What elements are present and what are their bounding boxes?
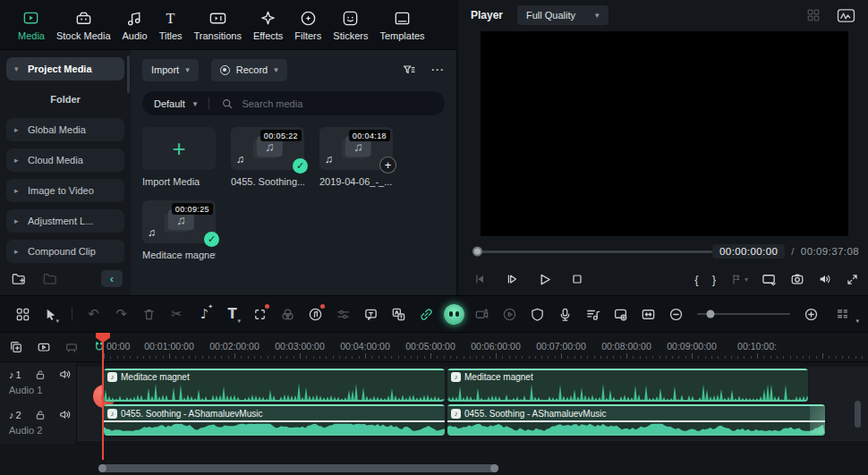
media-tile-audio[interactable]: ♫ ♫ 00:09:25 ✓ Meditace magnet: [142, 200, 216, 260]
track-height-icon[interactable]: ▾: [825, 295, 859, 333]
record-button[interactable]: Record ▾: [211, 59, 287, 81]
fullscreen-button[interactable]: [846, 273, 859, 286]
speaker-icon[interactable]: [59, 409, 72, 420]
audio-list-icon[interactable]: [579, 295, 607, 333]
collapse-sidebar-button[interactable]: ‹: [101, 270, 123, 287]
caret-right-icon: ▸: [14, 247, 21, 256]
snap-magnet-icon[interactable]: [92, 340, 106, 354]
lock-icon[interactable]: [35, 410, 46, 420]
redo-icon[interactable]: ↷: [107, 295, 135, 333]
speech-to-text-icon[interactable]: [357, 295, 385, 333]
audio-thumb[interactable]: ♫ ♫ 00:09:25 ✓: [142, 200, 216, 243]
track-header-audio1[interactable]: ♪1 Audio 1: [0, 362, 76, 403]
text-tool-icon[interactable]: T▾: [218, 295, 246, 333]
multi-view-icon[interactable]: [806, 8, 821, 22]
lock-icon[interactable]: [35, 369, 46, 380]
snapshot-camera-button[interactable]: [790, 272, 804, 286]
undo-icon[interactable]: ↶: [80, 295, 107, 333]
category-dropdown[interactable]: Default: [154, 98, 185, 109]
zoom-in-icon[interactable]: [797, 295, 825, 333]
delete-icon[interactable]: [135, 295, 163, 333]
voiceover-mic-icon[interactable]: [551, 295, 579, 333]
import-button[interactable]: Import ▾: [142, 59, 199, 81]
volume-button[interactable]: [818, 272, 832, 286]
tab-stock-media[interactable]: Stock Media: [56, 9, 111, 41]
timeline-clip-audio[interactable]: ♪ Meditace magnet: [104, 369, 445, 402]
timeline-clip-audio[interactable]: ♪ Meditace magnet: [447, 369, 808, 402]
audio-thumb[interactable]: ♫ ♫ 00:05:22 ✓: [231, 127, 304, 170]
sidebar-scrollbar[interactable]: [127, 55, 130, 93]
ai-copilot-icon[interactable]: [440, 295, 468, 333]
playhead[interactable]: [102, 333, 104, 460]
delete-folder-icon[interactable]: [42, 271, 57, 286]
sidebar-item-project-media[interactable]: ▾ Project Media: [6, 57, 124, 81]
crop-icon[interactable]: [246, 295, 274, 333]
ruler-minute-ticks[interactable]: [104, 353, 868, 359]
ai-audio-icon[interactable]: [302, 295, 329, 333]
tab-effects[interactable]: Effects: [253, 9, 283, 41]
tab-audio[interactable]: Audio: [123, 9, 148, 41]
timeline-zoom-slider[interactable]: [697, 313, 790, 315]
timeline-clip-audio[interactable]: ♪ 0455. Soothing - AShamaluevMusic: [447, 404, 825, 436]
seek-slider[interactable]: [472, 250, 712, 253]
tab-stickers[interactable]: Stickers: [333, 9, 368, 41]
camera-add-icon[interactable]: [468, 295, 496, 333]
auto-translate-icon[interactable]: [385, 295, 413, 333]
caret-down-icon: ▾: [595, 11, 600, 20]
tab-transitions[interactable]: Transitions: [194, 9, 242, 41]
tab-filters[interactable]: Filters: [294, 9, 321, 41]
track-header-audio2[interactable]: ♪2 Audio 2: [0, 403, 76, 443]
select-tool-icon[interactable]: ▾: [37, 295, 64, 333]
sidebar-item-cloud-media[interactable]: ▸ Cloud Media: [6, 148, 124, 172]
auto-ripple-icon[interactable]: [37, 340, 51, 354]
sidebar-item-global-media[interactable]: ▸ Global Media: [6, 118, 124, 141]
tab-media[interactable]: Media: [18, 9, 45, 41]
sidebar-item-adjustment-layer[interactable]: ▸ Adjustment L...: [6, 209, 124, 233]
new-folder-icon[interactable]: [11, 271, 26, 286]
quality-dropdown[interactable]: Full Quality ▾: [517, 5, 608, 25]
current-time[interactable]: 00:00:00:00: [712, 244, 785, 259]
beat-detection-icon[interactable]: ♪✦: [191, 295, 218, 333]
filter-funnel-icon[interactable]: [402, 63, 416, 77]
tab-templates[interactable]: Templates: [379, 9, 424, 41]
adjust-icon[interactable]: [329, 295, 357, 333]
speaker-icon[interactable]: [59, 369, 72, 380]
marker-button[interactable]: ▾: [729, 273, 748, 286]
seek-knob[interactable]: [472, 247, 482, 257]
sidebar-item-folder[interactable]: Folder: [6, 88, 124, 111]
import-media-thumb[interactable]: +: [142, 127, 216, 170]
audio-thumb[interactable]: ♫ ♫ 00:04:18 +: [319, 127, 393, 170]
preview-play-icon[interactable]: [496, 295, 523, 333]
duplicate-clip-icon[interactable]: [9, 340, 23, 354]
split-scissors-icon[interactable]: ✂: [163, 295, 191, 333]
color-match-icon[interactable]: [274, 295, 302, 333]
link-icon[interactable]: [413, 295, 440, 333]
previous-frame-button[interactable]: [472, 272, 487, 286]
media-tile-audio[interactable]: ♫ ♫ 00:04:18 + 2019-04-06_-_...: [319, 127, 393, 187]
sidebar-item-image-to-video[interactable]: ▸ Image to Video: [6, 179, 124, 202]
timeline-horizontal-scrollbar[interactable]: [98, 464, 498, 472]
preview-video[interactable]: [481, 31, 848, 236]
timeline-clip-audio[interactable]: ♪ 0455. Soothing - AShamaluevMusic: [104, 404, 445, 436]
media-tile-import[interactable]: + Import Media: [142, 127, 216, 187]
shield-icon[interactable]: [523, 295, 551, 333]
add-to-timeline-badge[interactable]: +: [379, 157, 396, 174]
more-options-icon[interactable]: ⋯: [430, 62, 445, 78]
zoom-out-icon[interactable]: [662, 295, 690, 333]
mark-in-button[interactable]: {: [694, 273, 698, 286]
timeline-vertical-scrollbar[interactable]: [855, 401, 861, 428]
scope-waveform-icon[interactable]: [837, 8, 855, 23]
sidebar-item-compound-clip[interactable]: ▸ Compound Clip: [6, 240, 124, 263]
fit-timeline-icon[interactable]: [634, 295, 662, 333]
output-display-button[interactable]: [762, 272, 777, 287]
mark-out-button[interactable]: }: [712, 273, 716, 286]
apps-grid-icon[interactable]: [9, 295, 37, 333]
zoom-slider-knob[interactable]: [707, 310, 715, 318]
stop-button[interactable]: [570, 272, 584, 286]
search-input[interactable]: Search media: [242, 98, 302, 109]
screen-preview-icon[interactable]: [607, 295, 634, 333]
tab-titles[interactable]: T Titles: [159, 9, 183, 41]
play-button[interactable]: [537, 272, 552, 287]
next-frame-button[interactable]: [505, 272, 519, 286]
media-tile-audio[interactable]: ♫ ♫ 00:05:22 ✓ 0455. Soothing...: [231, 127, 304, 187]
